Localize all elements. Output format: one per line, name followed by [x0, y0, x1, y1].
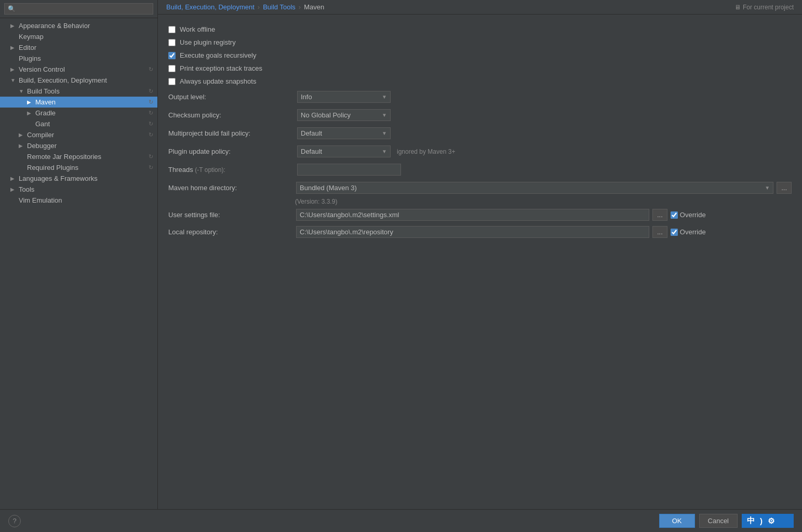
work-offline-checkbox[interactable] — [168, 26, 176, 33]
sidebar-item-version-control[interactable]: ▶Version Control↻ — [0, 64, 157, 75]
sidebar-item-compiler[interactable]: ▶Compiler↻ — [0, 129, 157, 140]
breadcrumb: Build, Execution, Deployment › Build Too… — [158, 0, 802, 15]
checkbox-execute-goals-row: Execute goals recursively — [168, 49, 792, 62]
sidebar-item-maven[interactable]: ▶Maven↻ — [0, 97, 157, 108]
current-project: 🖥 For current project — [734, 4, 794, 11]
checkbox-print-exception-row: Print exception stack traces — [168, 62, 792, 75]
sidebar-item-remote-jar-repos[interactable]: Remote Jar Repositories↻ — [0, 151, 157, 162]
print-exception-label[interactable]: Print exception stack traces — [180, 64, 262, 72]
sidebar-item-gant[interactable]: Gant↻ — [0, 118, 157, 129]
user-settings-override-label[interactable]: Override — [680, 211, 706, 219]
threads-label: Threads (-T option): — [168, 166, 293, 174]
project-icon: 🖥 — [734, 4, 741, 11]
sidebar-item-required-plugins[interactable]: Required Plugins↻ — [0, 162, 157, 173]
user-settings-input[interactable] — [296, 209, 649, 221]
sidebar-item-build-exec-deploy[interactable]: ▼Build, Execution, Deployment — [0, 75, 157, 86]
sidebar-item-debugger[interactable]: ▶Debugger — [0, 140, 157, 151]
sidebar-item-label-tools: Tools — [19, 185, 34, 193]
breadcrumb-part1[interactable]: Build, Execution, Deployment — [166, 3, 255, 11]
maven-home-label: Maven home directory: — [168, 184, 293, 192]
sidebar-item-label-version-control: Version Control — [19, 65, 65, 73]
sidebar-item-keymap[interactable]: Keymap — [0, 31, 157, 42]
arrow-icon-languages-frameworks: ▶ — [10, 176, 17, 181]
arrow-icon-build-tools: ▼ — [19, 88, 25, 94]
settings-dialog: ▶Appearance & BehaviorKeymap▶EditorPlugi… — [0, 0, 802, 532]
ok-button[interactable]: OK — [659, 514, 695, 528]
sidebar-tree: ▶Appearance & BehaviorKeymap▶EditorPlugi… — [0, 18, 157, 509]
output-level-control: Info ▼ — [297, 91, 391, 103]
maven-home-dropdown[interactable]: Bundled (Maven 3) ▼ — [296, 182, 773, 194]
plugin-update-policy-arrow-icon: ▼ — [382, 149, 387, 154]
execute-goals-label[interactable]: Execute goals recursively — [180, 51, 256, 59]
print-exception-checkbox[interactable] — [168, 65, 176, 72]
sync-icon-gant: ↻ — [149, 121, 153, 127]
help-button[interactable]: ? — [8, 515, 21, 527]
plugin-update-policy-label: Plugin update policy: — [168, 148, 293, 155]
local-repo-override-checkbox[interactable] — [671, 229, 678, 236]
checkbox-plugin-registry-row: Use plugin registry — [168, 36, 792, 49]
multiproject-fail-policy-dropdown[interactable]: Default ▼ — [297, 127, 391, 139]
sidebar-item-plugins[interactable]: Plugins — [0, 53, 157, 64]
cancel-button[interactable]: Cancel — [699, 514, 738, 528]
checksum-policy-arrow-icon: ▼ — [382, 112, 387, 118]
project-label: For current project — [743, 4, 794, 11]
ime-toolbar: 中 ) ⚙ — [742, 514, 794, 528]
maven-home-browse-button[interactable]: ... — [777, 182, 792, 194]
ime-char1[interactable]: 中 — [747, 516, 755, 526]
sidebar-item-build-tools[interactable]: ▼Build Tools↻ — [0, 86, 157, 97]
use-plugin-registry-checkbox[interactable] — [168, 39, 176, 46]
main-content: Build, Execution, Deployment › Build Too… — [158, 0, 802, 509]
breadcrumb-sep1: › — [258, 3, 260, 11]
plugin-update-policy-control: Default ▼ ignored by Maven 3+ — [297, 145, 455, 157]
checksum-policy-label: Checksum policy: — [168, 111, 293, 119]
arrow-icon-appearance: ▶ — [10, 23, 17, 29]
settings-panel: Work offline Use plugin registry Execute… — [158, 15, 802, 249]
sidebar-item-label-debugger: Debugger — [27, 142, 57, 150]
sidebar-item-tools[interactable]: ▶Tools — [0, 184, 157, 195]
sidebar-item-appearance[interactable]: ▶Appearance & Behavior — [0, 20, 157, 31]
maven-version-note: (Version: 3.3.9) — [168, 197, 792, 206]
breadcrumb-sep2: › — [299, 3, 301, 11]
checksum-policy-control: No Global Policy ▼ — [297, 109, 391, 121]
work-offline-label[interactable]: Work offline — [180, 25, 215, 33]
local-repo-override-label[interactable]: Override — [680, 228, 706, 236]
user-settings-browse-button[interactable]: ... — [652, 209, 667, 221]
sidebar-item-editor[interactable]: ▶Editor — [0, 42, 157, 53]
sidebar-item-label-gradle: Gradle — [35, 109, 56, 117]
local-repo-label: Local repository: — [168, 228, 293, 236]
arrow-icon-debugger: ▶ — [19, 143, 25, 149]
local-repo-browse-button[interactable]: ... — [652, 226, 667, 238]
search-input[interactable] — [4, 3, 153, 15]
local-repo-override-wrap: Override — [671, 228, 706, 236]
sync-icon-gradle: ↻ — [149, 110, 153, 116]
execute-goals-checkbox[interactable] — [168, 52, 176, 59]
arrow-icon-tools: ▶ — [10, 187, 17, 192]
output-level-dropdown[interactable]: Info ▼ — [297, 91, 391, 103]
multiproject-fail-policy-arrow-icon: ▼ — [382, 130, 387, 136]
sync-icon-build-tools: ↻ — [149, 88, 153, 95]
breadcrumb-part2[interactable]: Build Tools — [263, 3, 296, 11]
multiproject-fail-policy-row: Multiproject build fail policy: Default … — [168, 124, 792, 142]
sidebar-item-languages-frameworks[interactable]: ▶Languages & Frameworks — [0, 173, 157, 184]
sidebar-item-label-plugins: Plugins — [19, 55, 41, 62]
sidebar-item-label-required-plugins: Required Plugins — [27, 164, 78, 171]
always-update-label[interactable]: Always update snapshots — [180, 77, 256, 85]
search-box[interactable] — [0, 0, 157, 18]
sidebar-item-label-keymap: Keymap — [19, 33, 44, 41]
plugin-update-policy-value: Default — [301, 148, 322, 155]
use-plugin-registry-label[interactable]: Use plugin registry — [180, 38, 236, 46]
threads-input[interactable] — [297, 164, 401, 176]
checksum-policy-row: Checksum policy: No Global Policy ▼ — [168, 106, 792, 124]
always-update-checkbox[interactable] — [168, 78, 176, 85]
arrow-icon-version-control: ▶ — [10, 66, 17, 72]
user-settings-override-checkbox[interactable] — [671, 211, 678, 219]
sync-icon-required-plugins: ↻ — [149, 164, 153, 171]
ime-char2: ) — [760, 516, 763, 525]
local-repo-input[interactable] — [296, 226, 649, 238]
sidebar-item-vim-emulation[interactable]: Vim Emulation — [0, 195, 157, 206]
plugin-update-policy-dropdown[interactable]: Default ▼ — [297, 145, 391, 157]
checksum-policy-dropdown[interactable]: No Global Policy ▼ — [297, 109, 391, 121]
sync-icon-version-control: ↻ — [149, 66, 153, 73]
sidebar-item-gradle[interactable]: ▶Gradle↻ — [0, 108, 157, 118]
user-settings-label: User settings file: — [168, 211, 293, 219]
